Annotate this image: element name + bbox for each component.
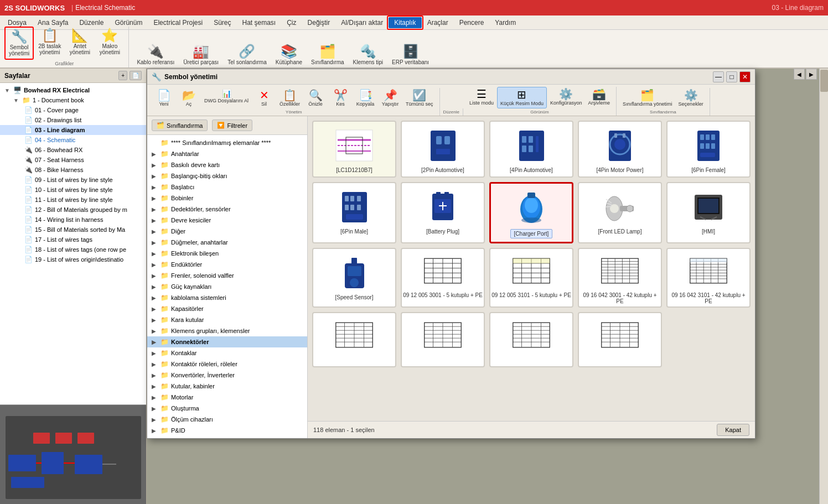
classif-enduktor[interactable]: ▶ 📁 Endüktörler xyxy=(147,259,307,270)
tree-item-02[interactable]: 📄 02 - Drawings list xyxy=(0,115,146,125)
dialog-btn-ozellikler[interactable]: 📋 Özellikler xyxy=(277,88,303,108)
dialog-btn-kucuk[interactable]: ⊞ Küçük Resim Modu xyxy=(497,87,547,108)
grid-scroll[interactable]: [LC1D1210B7] xyxy=(308,116,755,421)
grid-item-6pinmale[interactable]: [6Pin Male] xyxy=(312,182,396,243)
ribbon-taslak[interactable]: 📋 2B taslakyönetimi xyxy=(35,27,64,60)
classif-kara[interactable]: ▶ 📁 Kara kutular xyxy=(147,314,307,325)
tree-item-01[interactable]: 📄 01 - Cover page xyxy=(0,105,146,115)
classif-dugme[interactable]: ▶ 📁 Düğmeler, anahtarlar xyxy=(147,237,307,248)
grid-item-2pin[interactable]: [2Pin Automotive] xyxy=(401,121,485,178)
menu-surec[interactable]: Süreç xyxy=(208,17,236,28)
ribbon-klemens[interactable]: 🔩 Klemens tipi xyxy=(350,43,386,67)
ribbon-makro[interactable]: ⭐ Makroyönetimi xyxy=(95,27,124,60)
menu-kitaplik[interactable]: Kitaplık xyxy=(389,17,421,28)
tree-item-14[interactable]: 📄 14 - Wiring list in harness xyxy=(0,215,146,225)
grid-item-term2[interactable]: 09 12 005 3101 - 5 kutuplu + PE xyxy=(489,248,573,308)
tree-item-docbook[interactable]: ▼ 📁 1 - Document book xyxy=(0,95,146,105)
menu-aldisari[interactable]: Al/Dışarı aktar xyxy=(335,17,389,28)
classif-dedek[interactable]: ▶ 📁 Dedektörler, sensörler xyxy=(147,204,307,215)
classif-frenler[interactable]: ▶ 📁 Frenler, solenoid valfler xyxy=(147,270,307,281)
menu-yardim[interactable]: Yardım xyxy=(489,17,521,28)
classif-unclass[interactable]: 📁 **** Sınıflandırılmamış elemanlar **** xyxy=(147,137,307,148)
tree-item-11[interactable]: 📄 11 - List of wires by line style xyxy=(0,195,146,205)
dialog-btn-arsivleme[interactable]: 🗃️ Arşivleme xyxy=(586,87,613,108)
classif-kontaklar[interactable]: ▶ 📁 Kontaklar xyxy=(147,347,307,358)
nav-next-btn[interactable]: ▶ xyxy=(806,69,817,80)
grid-item-term1[interactable]: 09 12 005 3001 - 5 kutuplu + PE xyxy=(401,248,485,308)
dialog-scrollbar[interactable] xyxy=(819,69,828,504)
classif-kutular[interactable]: ▶ 📁 Kutular, kabinler xyxy=(147,381,307,392)
tree-item-06[interactable]: 🔌 06 - Bowhead RX xyxy=(0,145,146,155)
ribbon-sembol-yonetimi[interactable]: 🔧 Sembolyönetimi xyxy=(4,27,34,60)
classif-kablolama[interactable]: ▶ 📁 kablolama sistemleri xyxy=(147,292,307,303)
tree-item-12[interactable]: 📄 12 - Bill of Materials grouped by m xyxy=(0,205,146,215)
menu-degistir[interactable]: Değiştir xyxy=(302,17,336,28)
dialog-maximize-btn[interactable]: □ xyxy=(726,71,737,82)
classif-baslatici[interactable]: ▶ 📁 Başlatıcı xyxy=(147,181,307,193)
menu-pencere[interactable]: Pencere xyxy=(454,17,490,28)
classif-guc[interactable]: ▶ 📁 Güç kaynakları xyxy=(147,281,307,292)
classif-baskili[interactable]: ▶ 📁 Baskılı devre kartı xyxy=(147,159,307,170)
classif-konnektorler[interactable]: ▶ 📁 Konnektörler xyxy=(147,336,307,347)
classif-kapasitor[interactable]: ▶ 📁 Kapasitörler xyxy=(147,303,307,314)
menu-hatsemasi[interactable]: Hat şeması xyxy=(237,17,282,28)
dialog-close-btn[interactable]: ✕ xyxy=(739,71,751,82)
dialog-btn-onizle[interactable]: 🔍 Önizle xyxy=(303,88,328,108)
classif-btn[interactable]: 🗂️ Sınıflandırma xyxy=(152,119,208,131)
panel-doc-btn[interactable]: 📄 xyxy=(130,71,142,80)
tree-item-10[interactable]: 📄 10 - List of wires by line style xyxy=(0,185,146,195)
classif-konvertor[interactable]: ▶ 📁 Konvertörler, İnverterler xyxy=(147,370,307,381)
ribbon-kutupname[interactable]: 📚 Kütüphane xyxy=(272,43,306,67)
classif-motorlar[interactable]: ▶ 📁 Motorlar xyxy=(147,392,307,403)
classif-diger[interactable]: ▶ 📁 Diğer xyxy=(147,226,307,237)
tree-item-18[interactable]: 📄 18 - List of wires tags (one row pe xyxy=(0,245,146,254)
dialog-btn-kopyala[interactable]: 📑 Kopyala xyxy=(353,88,377,108)
tree-item-15[interactable]: 📄 15 - Bill of Materials sorted by Ma xyxy=(0,225,146,235)
classif-anahtarlar[interactable]: ▶ 📁 Anahtarlar xyxy=(147,148,307,159)
grid-item-hmi[interactable]: [HMI] xyxy=(666,182,751,243)
tree-item-07[interactable]: 🔌 07 - Seat Harness xyxy=(0,155,146,165)
classif-olcum[interactable]: ▶ 📁 Ölçüm cihazları xyxy=(147,414,307,425)
dialog-btn-sinifyonetim[interactable]: 🗂️ Sınıflandırma yönetimi xyxy=(620,88,675,108)
grid-item-row4b[interactable] xyxy=(401,312,485,367)
dialog-btn-secenekler[interactable]: ⚙️ Seçenekler xyxy=(676,88,706,108)
dialog-minimize-btn[interactable]: — xyxy=(713,71,724,82)
ribbon-tel[interactable]: 🔗 Tel sonlandırma xyxy=(224,43,270,67)
dialog-btn-konfig[interactable]: ⚙️ Konfigürasyon xyxy=(547,87,585,108)
classif-elektronik[interactable]: ▶ 📁 Elektronik bileşen xyxy=(147,248,307,259)
grid-item-4pinmotor[interactable]: [4Pin Motor Power] xyxy=(578,121,662,178)
tree-item-04[interactable]: 📄 04 - Schematic xyxy=(0,135,146,145)
menu-araclar[interactable]: Araçlar xyxy=(422,17,454,28)
menu-electrical[interactable]: Electrical Projesi xyxy=(148,17,208,28)
dialog-btn-dwg[interactable]: 📊 DWG Dosyalarını Al xyxy=(201,88,251,108)
classif-bobinler[interactable]: ▶ 📁 Bobinler xyxy=(147,193,307,204)
tree-item-03[interactable]: 📄 03 - Line diagram xyxy=(0,125,146,135)
ribbon-uretici[interactable]: 🏭 Üretici parçası xyxy=(180,43,222,67)
expand-docbook[interactable]: ▼ xyxy=(13,97,19,103)
grid-item-lc1d[interactable]: [LC1D1210B7] xyxy=(312,121,396,178)
expand-root[interactable]: ▼ xyxy=(4,87,10,93)
dialog-btn-liste[interactable]: ☰ Liste modu xyxy=(467,87,496,108)
grid-item-frontled[interactable]: [Front LED Lamp] xyxy=(578,182,662,243)
grid-item-charger[interactable]: [Charger Port] xyxy=(489,182,573,243)
ribbon-kablo[interactable]: 🔌 Kablo referansı xyxy=(133,43,178,67)
grid-item-row4d[interactable] xyxy=(578,312,662,367)
tree-item-17[interactable]: 📄 17 - List of wires tags xyxy=(0,235,146,245)
grid-item-6pinfemale[interactable]: [6Pin Female] xyxy=(666,121,751,178)
grid-item-term4[interactable]: 09 16 042 3101 - 42 kutuplu + PE xyxy=(666,248,751,308)
grid-item-sensor[interactable]: [Speed Sensor] xyxy=(312,248,396,308)
panel-add-btn[interactable]: + xyxy=(118,71,127,80)
tree-item-09[interactable]: 📄 09 - List of wires by line style xyxy=(0,175,146,185)
dialog-btn-tumunu[interactable]: ☑️ Tümünü seç xyxy=(403,88,436,108)
ribbon-antet[interactable]: 📐 Antetyönetimi xyxy=(65,27,94,60)
dialog-btn-yapistir[interactable]: 📌 Yapıştır xyxy=(378,88,402,108)
scrollbar-thumb[interactable] xyxy=(820,70,828,92)
classif-kontaktor[interactable]: ▶ 📁 Kontaktör röleleri, röleler xyxy=(147,358,307,370)
grid-item-row4c[interactable] xyxy=(489,312,573,367)
classif-olusturma[interactable]: ▶ 📁 Oluşturma xyxy=(147,403,307,414)
grid-item-4pin[interactable]: [4Pin Automotive] xyxy=(489,121,573,178)
grid-item-battery[interactable]: [Battery Plug] xyxy=(401,182,485,243)
classif-baslangic[interactable]: ▶ 📁 Başlangıç-bitiş okları xyxy=(147,170,307,181)
grid-item-term3[interactable]: 09 16 042 3001 - 42 kutuplu + PE xyxy=(578,248,662,308)
dialog-btn-yeni[interactable]: 📄 Yeni xyxy=(152,88,176,108)
